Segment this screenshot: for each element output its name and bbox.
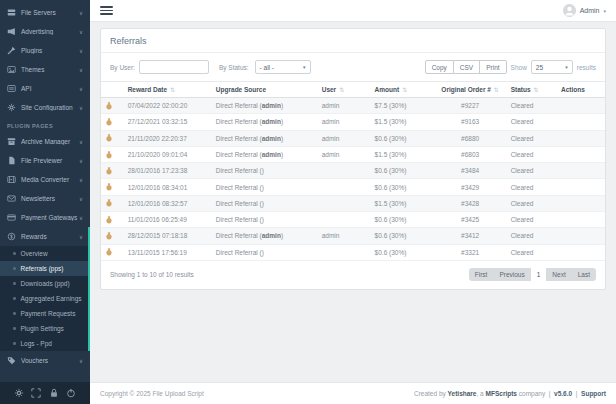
cell-actions (557, 211, 605, 227)
lock-icon[interactable] (49, 388, 59, 398)
sidebar-subitem-logs-ppd[interactable]: Logs - Ppd (0, 336, 90, 351)
sidebar-bottom-bar (0, 382, 90, 404)
avatar[interactable] (563, 4, 576, 17)
cell-user (318, 179, 371, 195)
table-row[interactable]: 27/12/2021 03:32:15 Direct Referral (adm… (101, 114, 605, 130)
support-link[interactable]: Support (581, 390, 606, 397)
app-window: File Servers ∨ Advertising ∨ Plugins ∨ T… (0, 0, 616, 404)
column-amount[interactable]: Amount⇅ (371, 82, 434, 98)
table-row[interactable]: 28/12/2015 07:18:18 Direct Referral (adm… (101, 228, 605, 244)
column-status[interactable]: Status⇅ (507, 82, 557, 98)
cell-actions (557, 114, 605, 130)
sidebar-subitem-referrals-pps[interactable]: Referrals (pps) (0, 261, 90, 276)
sidebar-item-site-configuration[interactable]: Site Configuration ∨ (0, 98, 90, 117)
sidebar-item-advertising[interactable]: Advertising ∨ (0, 22, 90, 41)
table-row[interactable]: 21/11/2020 22:20:37 Direct Referral (adm… (101, 130, 605, 146)
sidebar-item-vouchers[interactable]: Vouchers ∨ (0, 351, 90, 370)
table-row[interactable]: 11/01/2016 06:25:49 Direct Referral () $… (101, 211, 605, 227)
cell-status: Cleared (507, 211, 557, 227)
table-row[interactable]: 13/11/2015 17:56:19 Direct Referral () $… (101, 244, 605, 260)
sidebar-item-media-converter[interactable]: Media Converter ∨ (0, 170, 90, 189)
pagination-previous[interactable]: Previous (493, 268, 530, 281)
fullscreen-icon[interactable] (31, 388, 41, 398)
sidebar-subitem-plugin-settings[interactable]: Plugin Settings (0, 321, 90, 336)
by-user-label: By User: (110, 64, 135, 71)
money-bag-icon (105, 232, 113, 240)
sidebar-subitem-label: Logs - Ppd (21, 340, 52, 347)
sidebar-item-label: API (21, 85, 79, 92)
column-upgrade-source[interactable]: Upgrade Source (212, 82, 318, 98)
sidebar-subitem-payment-requests[interactable]: Payment Requests (0, 306, 90, 321)
sidebar-item-label: File Previewer (21, 157, 79, 164)
money-bag-icon (105, 118, 113, 126)
cell-original-order: #3321 (434, 244, 507, 260)
pagination-page-1[interactable]: 1 (531, 268, 547, 281)
created-by-text: Created by Yetishare, a MFScripts compan… (414, 390, 606, 397)
money-bag-icon (105, 248, 113, 256)
cell-actions (557, 195, 605, 211)
cell-upgrade-source: Direct Referral (admin) (212, 114, 318, 130)
table-row[interactable]: 12/01/2016 08:32:57 Direct Referral () $… (101, 195, 605, 211)
hamburger-menu-icon[interactable] (100, 4, 113, 17)
cell-original-order: #3484 (434, 163, 507, 179)
column-user[interactable]: User⇅ (318, 82, 371, 98)
cell-user: admin (318, 130, 371, 146)
column-original-order[interactable]: Original Order #⇅ (434, 82, 507, 98)
copy-button[interactable]: Copy (425, 60, 454, 74)
status-select[interactable]: - all - ▾ (255, 60, 311, 74)
pagination-next[interactable]: Next (546, 268, 571, 281)
sidebar-item-label: Plugins (21, 47, 79, 54)
chevron-down-icon: ∨ (79, 215, 83, 221)
pagination-first[interactable]: First (469, 268, 494, 281)
print-button[interactable]: Print (480, 60, 506, 74)
user-menu[interactable]: Admin (580, 7, 600, 14)
cell-actions (557, 98, 605, 114)
sidebar-item-plugins[interactable]: Plugins ∨ (0, 41, 90, 60)
sidebar-item-archive-manager[interactable]: Archive Manager ∨ (0, 132, 90, 151)
cell-amount: $0.6 (30%) (371, 130, 434, 146)
sidebar-item-api[interactable]: API ∨ (0, 79, 90, 98)
sidebar-item-label: Newsletters (21, 195, 79, 202)
table-row[interactable]: 28/01/2016 17:23:38 Direct Referral () $… (101, 163, 605, 179)
sidebar-item-newsletters[interactable]: Newsletters ∨ (0, 189, 90, 208)
table-row[interactable]: 07/04/2022 02:00:20 Direct Referral (adm… (101, 98, 605, 114)
mfscripts-link[interactable]: MFScripts (486, 390, 517, 397)
sidebar-item-rewards[interactable]: Rewards ∨ (0, 227, 90, 246)
sort-icon: ⇅ (402, 87, 407, 93)
cell-reward-date: 13/11/2015 17:56:19 (124, 244, 212, 260)
pagination-last[interactable]: Last (572, 268, 596, 281)
table-row[interactable]: 21/10/2020 09:01:04 Direct Referral (adm… (101, 146, 605, 162)
cell-user (318, 195, 371, 211)
page-size-select[interactable]: 25 ▾ (531, 60, 573, 74)
sidebar-group-rewards: Rewards ∨ Overview Referrals (pps) Downl… (0, 227, 90, 351)
cell-status: Cleared (507, 98, 557, 114)
csv-button[interactable]: CSV (454, 60, 480, 74)
sidebar-item-payment-gateways[interactable]: Payment Gateways ∨ (0, 208, 90, 227)
cell-actions (557, 130, 605, 146)
by-user-input[interactable] (139, 60, 209, 74)
yetishare-link[interactable]: Yetishare (448, 390, 477, 397)
sidebar-subitem-downloads-ppd[interactable]: Downloads (ppd) (0, 276, 90, 291)
settings-gear-icon[interactable] (14, 388, 24, 398)
sidebar-item-label: File Servers (21, 9, 79, 16)
sidebar-subitem-aggregated-earnings[interactable]: Aggregated Earnings (0, 291, 90, 306)
cell-actions (557, 146, 605, 162)
api-icon (7, 84, 16, 93)
sidebar-item-file-servers[interactable]: File Servers ∨ (0, 3, 90, 22)
chevron-down-icon: ∨ (79, 234, 83, 240)
sidebar-item-label: Site Configuration (21, 104, 79, 111)
table-row[interactable]: 12/01/2016 08:34:01 Direct Referral () $… (101, 179, 605, 195)
power-icon[interactable] (66, 388, 76, 398)
sidebar-item-themes[interactable]: Themes ∨ (0, 60, 90, 79)
bullet-icon (13, 342, 16, 345)
money-bag-icon (105, 183, 113, 191)
column-reward-date[interactable]: Reward Date⇅ (124, 82, 212, 98)
table-footer: Showing 1 to 10 of 10 results First Prev… (101, 261, 605, 289)
sidebar-item-file-previewer[interactable]: File Previewer ∨ (0, 151, 90, 170)
content-area: Referrals By User: By Status: - all - ▾ … (90, 22, 616, 382)
cell-amount: $7.5 (30%) (371, 98, 434, 114)
cell-status: Cleared (507, 179, 557, 195)
server-icon (7, 8, 16, 17)
sidebar-subitem-overview[interactable]: Overview (0, 246, 90, 261)
bullet-icon (13, 267, 16, 270)
